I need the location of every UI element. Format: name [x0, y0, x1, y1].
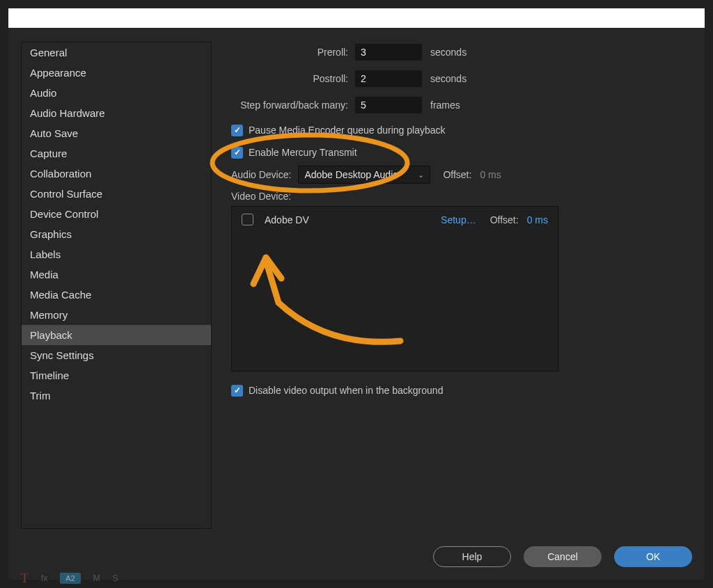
- solo-icon: S: [113, 573, 118, 583]
- video-device-list: Adobe DV Setup… Offset: 0 ms: [231, 206, 558, 372]
- playback-panel: Preroll: seconds Postroll: seconds Step …: [224, 42, 692, 524]
- sidebar-item-graphics[interactable]: Graphics: [22, 224, 211, 244]
- video-device-label: Video Device:: [231, 191, 692, 202]
- sidebar-item-media[interactable]: Media: [22, 264, 211, 285]
- sidebar-item-labels[interactable]: Labels: [22, 244, 211, 264]
- preroll-unit: seconds: [430, 47, 467, 58]
- step-unit: frames: [430, 100, 460, 111]
- window-titlebar: [8, 8, 705, 28]
- audio-device-label: Audio Device:: [231, 169, 291, 180]
- ok-button[interactable]: OK: [614, 546, 692, 567]
- step-row: Step forward/back many: frames: [224, 95, 692, 116]
- dialog-footer: Help Cancel OK: [433, 546, 692, 567]
- chevron-down-icon: ⌄: [418, 170, 424, 180]
- postroll-unit: seconds: [430, 73, 467, 84]
- sidebar-item-device-control[interactable]: Device Control: [22, 204, 211, 224]
- preroll-input[interactable]: [355, 44, 422, 61]
- preferences-sidebar: General Appearance Audio Audio Hardware …: [21, 42, 212, 529]
- mercury-transmit-checkbox[interactable]: [231, 147, 243, 159]
- type-tool-icon: T: [21, 571, 29, 586]
- mercury-transmit-label: Enable Mercury Transmit: [249, 147, 357, 158]
- sidebar-item-general[interactable]: General: [22, 42, 211, 63]
- adobe-dv-label: Adobe DV: [265, 214, 441, 225]
- background-timeline-strip: T fx A2 M S: [21, 569, 118, 588]
- sidebar-item-timeline[interactable]: Timeline: [22, 365, 211, 386]
- sidebar-item-capture[interactable]: Capture: [22, 143, 211, 164]
- postroll-input[interactable]: [355, 70, 422, 87]
- pause-encoder-row: Pause Media Encoder queue during playbac…: [231, 121, 692, 139]
- track-a2-badge: A2: [60, 573, 80, 584]
- preroll-label: Preroll:: [224, 47, 355, 58]
- mute-icon: M: [93, 573, 100, 583]
- sidebar-item-media-cache[interactable]: Media Cache: [22, 285, 211, 305]
- video-offset-label: Offset:: [490, 214, 519, 225]
- sidebar-item-appearance[interactable]: Appearance: [22, 63, 211, 83]
- sidebar-item-audio[interactable]: Audio: [22, 83, 211, 103]
- step-input[interactable]: [355, 97, 422, 113]
- cancel-button[interactable]: Cancel: [524, 546, 602, 567]
- video-offset-value[interactable]: 0 ms: [527, 214, 548, 225]
- fx-badge: fx: [41, 573, 47, 583]
- preroll-row: Preroll: seconds: [224, 42, 692, 63]
- postroll-row: Postroll: seconds: [224, 68, 692, 89]
- mercury-row: Enable Mercury Transmit: [231, 143, 692, 161]
- disable-bg-checkbox[interactable]: [231, 385, 243, 397]
- audio-device-select[interactable]: Adobe Desktop Audio ⌄: [298, 166, 430, 184]
- adobe-dv-setup-link[interactable]: Setup…: [441, 214, 476, 225]
- video-device-row: Adobe DV Setup… Offset: 0 ms: [242, 214, 548, 225]
- audio-offset-value: 0 ms: [480, 169, 501, 180]
- postroll-label: Postroll:: [224, 73, 355, 84]
- sidebar-item-memory[interactable]: Memory: [22, 305, 211, 325]
- sidebar-item-playback[interactable]: Playback: [22, 325, 211, 345]
- step-label: Step forward/back many:: [224, 100, 355, 111]
- sidebar-item-control-surface[interactable]: Control Surface: [22, 184, 211, 204]
- pause-encoder-label: Pause Media Encoder queue during playbac…: [249, 125, 446, 136]
- disable-bg-label: Disable video output when in the backgro…: [249, 385, 443, 396]
- audio-offset-label: Offset:: [443, 169, 471, 180]
- audio-device-value: Adobe Desktop Audio: [304, 169, 398, 180]
- preferences-dialog: General Appearance Audio Audio Hardware …: [8, 28, 705, 580]
- adobe-dv-checkbox[interactable]: [242, 214, 253, 225]
- help-button[interactable]: Help: [433, 546, 511, 567]
- sidebar-item-sync-settings[interactable]: Sync Settings: [22, 345, 211, 365]
- sidebar-item-auto-save[interactable]: Auto Save: [22, 123, 211, 143]
- sidebar-item-audio-hardware[interactable]: Audio Hardware: [22, 103, 211, 123]
- audio-device-row: Audio Device: Adobe Desktop Audio ⌄ Offs…: [231, 166, 692, 184]
- sidebar-item-collaboration[interactable]: Collaboration: [22, 164, 211, 184]
- pause-encoder-checkbox[interactable]: [231, 125, 243, 136]
- sidebar-item-trim[interactable]: Trim: [22, 386, 211, 406]
- disable-bg-row: Disable video output when in the backgro…: [231, 381, 692, 399]
